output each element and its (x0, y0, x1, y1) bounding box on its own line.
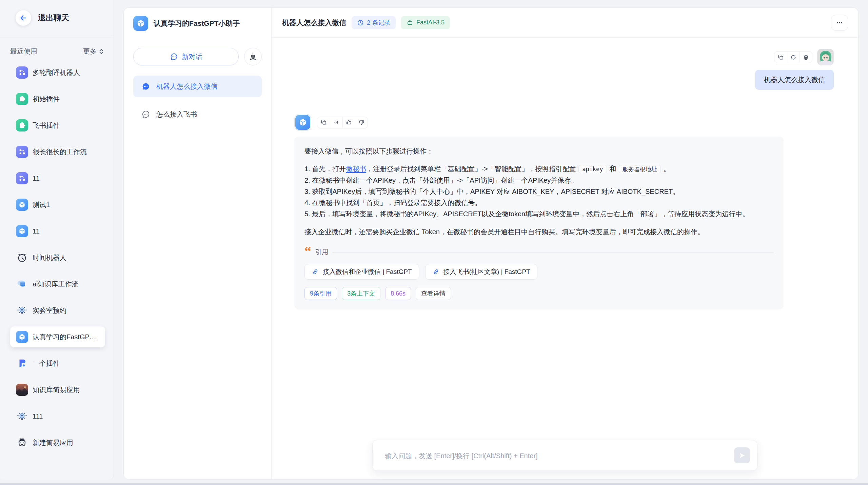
chat-history-title: 机器人怎么接入微信 (156, 82, 217, 91)
robot-outline-icon (16, 437, 28, 449)
stat-chip-plain[interactable]: 查看详情 (416, 287, 451, 300)
dots-horizontal-icon (836, 19, 843, 26)
app-header: 认真学习的FastGPT小助手 (124, 8, 271, 31)
sidebar-app-item[interactable]: 11 (10, 221, 105, 242)
sidebar-app-item[interactable]: 11 (10, 168, 105, 189)
app-sidebar: 退出聊天 最近使用 更多 多轮翻译机器人初始插件飞书插件很长很长的工作流11测试… (0, 0, 114, 480)
clear-history-button[interactable] (244, 48, 262, 65)
knowledge-cloud-icon (16, 278, 28, 290)
sidebar-app-label: 新建简易应用 (33, 438, 73, 447)
chat-bubble-icon (170, 53, 178, 61)
citation-chips: 接入微信和企业微信 | FastGPT接入飞书(社区文章) | FastGPT (304, 264, 773, 280)
delete-button[interactable] (800, 52, 812, 63)
assistant-avatar (294, 114, 311, 131)
chat-history-title: 怎么接入飞书 (156, 110, 197, 119)
sidebar-app-label: ai知识库工作流 (33, 280, 79, 289)
sidebar-app-item[interactable]: 飞书插件 (10, 115, 105, 136)
citation-chip[interactable]: 接入微信和企业微信 | FastGPT (304, 264, 419, 280)
sidebar-app-item[interactable]: 一个插件 (10, 353, 105, 374)
assistant-message-head (294, 114, 784, 131)
sidebar-app-item[interactable]: 111 (10, 406, 105, 427)
cube-icon (16, 199, 28, 211)
sidebar-app-label: 一个插件 (33, 359, 60, 368)
photo-icon (16, 384, 28, 396)
stat-chip-green[interactable]: 3条上下文 (342, 287, 380, 300)
bulb-icon (16, 304, 28, 317)
sidebar-app-label: 测试1 (33, 200, 50, 209)
copy-button[interactable] (774, 52, 787, 63)
sidebar-app-item[interactable]: 新建简易应用 (10, 432, 105, 453)
sidebar-app-item[interactable]: 初始插件 (10, 88, 105, 109)
bulb-icon (16, 410, 28, 422)
chat-input-row: 输入问题，发送 [Enter]/换行 [Ctrl(Alt/Shift) + En… (372, 440, 757, 471)
citation-title: 接入飞书(社区文章) | FastGPT (443, 266, 530, 278)
chat-bubble-filled-icon (141, 82, 150, 91)
citation-chip[interactable]: 接入飞书(社区文章) | FastGPT (425, 264, 537, 280)
link-icon (432, 268, 440, 276)
chat-list-panel: 认真学习的FastGPT小助手 新对话 机器人怎么接入微信怎么接入飞书 (124, 8, 272, 479)
response-stats: 9条引用3条上下文8.66s查看详情 (304, 287, 773, 300)
stat-chip-blue[interactable]: 9条引用 (304, 287, 337, 300)
stat-chip-purple[interactable]: 8.66s (385, 287, 411, 300)
assistant-steps: 1. 首先，打开微秘书，注册登录后找到菜单栏「基础配置」->「智能配置」，按照指… (304, 163, 773, 220)
sidebar-app-item[interactable]: 知识库简易应用 (10, 379, 105, 400)
broom-icon (249, 52, 257, 61)
main-panel: 认真学习的FastGPT小助手 新对话 机器人怎么接入微信怎么接入飞书 机器人怎… (123, 7, 859, 480)
plugin-icon (16, 119, 28, 132)
sidebar-app-item[interactable]: 测试1 (10, 194, 105, 215)
sidebar-app-label: 初始插件 (33, 95, 60, 104)
new-chat-label: 新对话 (182, 52, 202, 61)
retry-button[interactable] (787, 52, 800, 63)
sidebar-app-label: 很长很长的工作流 (33, 147, 87, 157)
thumbs-down-button[interactable] (355, 117, 368, 128)
send-button[interactable] (734, 447, 750, 463)
fastgpt-logo-icon (16, 357, 28, 369)
more-button[interactable]: 更多 (83, 47, 104, 56)
sidebar-app-label: 知识库简易应用 (33, 385, 80, 395)
cube-icon (16, 331, 28, 343)
chat-title: 机器人怎么接入微信 (282, 18, 346, 27)
chat-history-item[interactable]: 怎么接入飞书 (133, 103, 262, 125)
sidebar-app-item[interactable]: 认真学习的FastGPT小助手 (10, 326, 105, 347)
records-badge: 2 条记录 (352, 16, 396, 29)
thumbs-up-button[interactable] (342, 117, 355, 128)
sidebar-header: 退出聊天 (0, 0, 114, 36)
sidebar-app-label: 111 (33, 412, 43, 420)
exit-chat-button[interactable] (16, 10, 31, 26)
sidebar-app-label: 多轮翻译机器人 (33, 68, 80, 77)
sidebar-app-item[interactable]: 很长很长的工作流 (10, 141, 105, 162)
citation-title: 接入微信和企业微信 | FastGPT (323, 266, 412, 278)
link-icon (312, 268, 319, 276)
chat-input[interactable]: 输入问题，发送 [Enter]/换行 [Ctrl(Alt/Shift) + En… (372, 440, 757, 471)
recent-used-label: 最近使用 (10, 47, 37, 56)
copy-button[interactable] (317, 117, 330, 128)
arrow-left-icon (19, 14, 27, 22)
user-message-bubble: 机器人怎么接入微信 (755, 70, 834, 90)
sidebar-app-label: 飞书插件 (33, 121, 60, 130)
chat-history-item[interactable]: 机器人怎么接入微信 (133, 76, 262, 97)
sidebar-app-item[interactable]: 多轮翻译机器人 (10, 62, 105, 83)
assistant-message-row: 要接入微信，可以按照以下步骤进行操作： 1. 首先，打开微秘书，注册登录后找到菜… (294, 114, 784, 309)
sidebar-app-item[interactable]: 实验室预约 (10, 300, 105, 321)
workflow-icon (16, 66, 28, 79)
user-message-toolbar (774, 51, 812, 63)
inline-link[interactable]: 微秘书 (346, 165, 366, 173)
sidebar-app-item[interactable]: 时间机器人 (10, 247, 105, 268)
assistant-intro: 要接入微信，可以按照以下步骤进行操作： (304, 145, 773, 157)
sidebar-app-item[interactable]: ai知识库工作流 (10, 274, 105, 295)
sidebar-app-label: 认真学习的FastGPT小助手 (33, 332, 100, 342)
app-title: 认真学习的FastGPT小助手 (154, 19, 240, 28)
assistant-step: 5. 最后，填写环境变量，将微秘书的APIKey、APISECRET以及企微to… (304, 208, 773, 220)
chat-header: 机器人怎么接入微信 2 条记录 FastAI-3.5 (272, 8, 858, 38)
assistant-step: 4. 在微秘书中找到「首页」，扫码登录需要接入的微信号。 (304, 197, 773, 208)
chat-bubble-icon (141, 110, 150, 119)
sort-updown-icon (99, 48, 104, 55)
chat-more-button[interactable] (831, 15, 848, 31)
new-chat-row: 新对话 (124, 48, 271, 65)
app-cube-icon (133, 16, 148, 31)
cube-icon (16, 225, 28, 237)
workflow-icon (16, 146, 28, 158)
model-badge-label: FastAI-3.5 (416, 19, 445, 26)
read-aloud-button[interactable] (330, 117, 342, 128)
new-chat-button[interactable]: 新对话 (133, 48, 239, 65)
